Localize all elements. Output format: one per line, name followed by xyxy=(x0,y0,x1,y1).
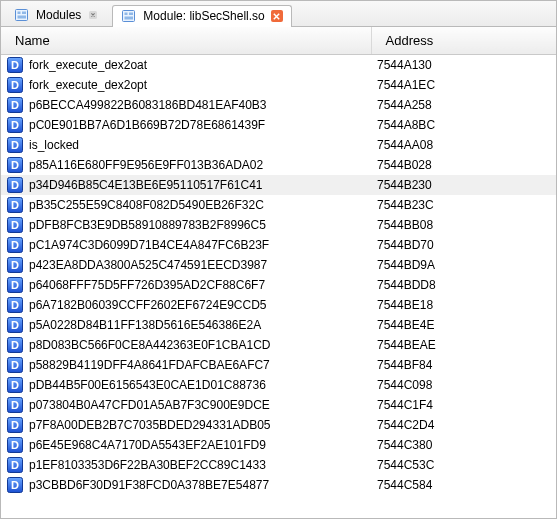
symbol-name: pC0E901BB7A6D1B669B72D78E6861439F xyxy=(29,118,265,132)
symbol-d-icon: D xyxy=(7,157,23,173)
symbol-name: p5A0228D84B11FF138D5616E546386E2A xyxy=(29,318,261,332)
svg-text:D: D xyxy=(11,319,19,331)
table-row[interactable]: D p6E45E968C4A7170DA5543EF2AE101FD9 7544… xyxy=(1,435,556,455)
svg-text:D: D xyxy=(11,479,19,491)
table-row[interactable]: D pB35C255E59C8408F082D5490EB26F32C 7544… xyxy=(1,195,556,215)
symbol-d-icon: D xyxy=(7,177,23,193)
symbol-d-icon: D xyxy=(7,197,23,213)
grid-scroll[interactable]: Name Address D fork_execute_dex2oat 7544… xyxy=(1,27,556,519)
symbol-d-icon: D xyxy=(7,477,23,493)
table-row[interactable]: D p85A116E680FF9E956E9FF013B36ADA02 7544… xyxy=(1,155,556,175)
symbol-address: 7544B028 xyxy=(371,155,556,175)
svg-text:D: D xyxy=(11,59,19,71)
symbol-d-icon: D xyxy=(7,77,23,93)
symbol-name: p423EA8DDA3800A525C474591EECD3987 xyxy=(29,258,267,272)
symbol-address: 7544BD9A xyxy=(371,255,556,275)
svg-rect-1 xyxy=(18,12,21,15)
svg-text:D: D xyxy=(11,199,19,211)
symbol-name: p6A7182B06039CCFF2602EF6724E9CCD5 xyxy=(29,298,267,312)
symbol-d-icon: D xyxy=(7,357,23,373)
symbol-name: p58829B4119DFF4A8641FDAFCBAE6AFC7 xyxy=(29,358,270,372)
table-row[interactable]: D pC1A974C3D6099D71B4CE4A847FC6B23F 7544… xyxy=(1,235,556,255)
table-row[interactable]: D p7F8A00DEB2B7C7035BDED294331ADB05 7544… xyxy=(1,415,556,435)
svg-rect-3 xyxy=(18,16,27,19)
tab-modules[interactable]: Modules xyxy=(5,4,108,26)
svg-text:D: D xyxy=(11,259,19,271)
symbol-address: 7544BD70 xyxy=(371,235,556,255)
symbol-address: 7544BEAE xyxy=(371,335,556,355)
symbol-address: 7544C1F4 xyxy=(371,395,556,415)
svg-text:D: D xyxy=(11,459,19,471)
table-row[interactable]: D fork_execute_dex2oat 7544A130 xyxy=(1,55,556,76)
table-row[interactable]: D pC0E901BB7A6D1B669B72D78E6861439F 7544… xyxy=(1,115,556,135)
close-icon[interactable] xyxy=(271,10,283,22)
symbol-d-icon: D xyxy=(7,397,23,413)
symbol-address: 7544BF84 xyxy=(371,355,556,375)
symbol-d-icon: D xyxy=(7,377,23,393)
symbol-address: 7544A130 xyxy=(371,55,556,76)
svg-text:D: D xyxy=(11,279,19,291)
column-header-name[interactable]: Name xyxy=(1,27,371,55)
svg-text:D: D xyxy=(11,219,19,231)
svg-text:D: D xyxy=(11,399,19,411)
symbol-name: p34D946B85C4E13BE6E95110517F61C41 xyxy=(29,178,263,192)
symbol-d-icon: D xyxy=(7,337,23,353)
svg-text:D: D xyxy=(11,359,19,371)
symbol-name: is_locked xyxy=(29,138,79,152)
svg-text:D: D xyxy=(11,139,19,151)
symbol-d-icon: D xyxy=(7,117,23,133)
symbol-name: p85A116E680FF9E956E9FF013B36ADA02 xyxy=(29,158,263,172)
close-icon[interactable] xyxy=(87,9,99,21)
svg-rect-8 xyxy=(125,17,134,20)
symbol-address: 7544C2D4 xyxy=(371,415,556,435)
module-icon xyxy=(121,8,137,24)
symbol-name: p8D083BC566F0CE8A442363E0F1CBA1CD xyxy=(29,338,270,352)
symbol-name: p7F8A00DEB2B7C7035BDED294331ADB05 xyxy=(29,418,271,432)
symbol-name: pB35C255E59C8408F082D5490EB26F32C xyxy=(29,198,264,212)
symbol-name: p64068FFF75D5FF726D395AD2CF88C6F7 xyxy=(29,278,265,292)
symbol-name: fork_execute_dex2oat xyxy=(29,58,147,72)
table-row[interactable]: D p34D946B85C4E13BE6E95110517F61C41 7544… xyxy=(1,175,556,195)
symbol-d-icon: D xyxy=(7,137,23,153)
symbol-name: p6BECCA499822B6083186BD481EAF40B3 xyxy=(29,98,267,112)
symbol-address: 7544BE18 xyxy=(371,295,556,315)
symbol-name: p6E45E968C4A7170DA5543EF2AE101FD9 xyxy=(29,438,266,452)
column-header-address[interactable]: Address xyxy=(371,27,556,55)
svg-text:D: D xyxy=(11,179,19,191)
svg-text:D: D xyxy=(11,299,19,311)
symbol-address: 7544B230 xyxy=(371,175,556,195)
symbol-d-icon: D xyxy=(7,317,23,333)
table-row[interactable]: D pDB44B5F00E6156543E0CAE1D01C88736 7544… xyxy=(1,375,556,395)
table-row[interactable]: D p423EA8DDA3800A525C474591EECD3987 7544… xyxy=(1,255,556,275)
table-row[interactable]: D p5A0228D84B11FF138D5616E546386E2A 7544… xyxy=(1,315,556,335)
symbol-name: p3CBBD6F30D91F38FCD0A378BE7E54877 xyxy=(29,478,269,492)
table-row[interactable]: D p64068FFF75D5FF726D395AD2CF88C6F7 7544… xyxy=(1,275,556,295)
symbol-name: pC1A974C3D6099D71B4CE4A847FC6B23F xyxy=(29,238,269,252)
table-row[interactable]: D p6A7182B06039CCFF2602EF6724E9CCD5 7544… xyxy=(1,295,556,315)
tab-module-detail[interactable]: Module: libSecShell.so xyxy=(112,5,291,27)
symbol-address: 7544BDD8 xyxy=(371,275,556,295)
svg-text:D: D xyxy=(11,99,19,111)
symbol-d-icon: D xyxy=(7,457,23,473)
table-row[interactable]: D p1EF8103353D6F22BA30BEF2CC89C1433 7544… xyxy=(1,455,556,475)
tab-label: Module: libSecShell.so xyxy=(143,9,264,23)
table-row[interactable]: D p58829B4119DFF4A8641FDAFCBAE6AFC7 7544… xyxy=(1,355,556,375)
table-row[interactable]: D p3CBBD6F30D91F38FCD0A378BE7E54877 7544… xyxy=(1,475,556,495)
symbol-address: 7544C53C xyxy=(371,455,556,475)
svg-rect-2 xyxy=(22,12,26,15)
symbol-d-icon: D xyxy=(7,417,23,433)
table-row[interactable]: D fork_execute_dex2opt 7544A1EC xyxy=(1,75,556,95)
svg-text:D: D xyxy=(11,159,19,171)
symbol-address: 7544C098 xyxy=(371,375,556,395)
table-row[interactable]: D p073804B0A47CFD01A5AB7F3C900E9DCE 7544… xyxy=(1,395,556,415)
table-row[interactable]: D p6BECCA499822B6083186BD481EAF40B3 7544… xyxy=(1,95,556,115)
symbol-name: pDFB8FCB3E9DB58910889783B2F8996C5 xyxy=(29,218,266,232)
table-row[interactable]: D is_locked 7544AA08 xyxy=(1,135,556,155)
symbol-address: 7544C584 xyxy=(371,475,556,495)
symbol-d-icon: D xyxy=(7,237,23,253)
table-row[interactable]: D p8D083BC566F0CE8A442363E0F1CBA1CD 7544… xyxy=(1,335,556,355)
symbol-name: p1EF8103353D6F22BA30BEF2CC89C1433 xyxy=(29,458,266,472)
svg-rect-6 xyxy=(125,13,128,16)
table-row[interactable]: D pDFB8FCB3E9DB58910889783B2F8996C5 7544… xyxy=(1,215,556,235)
symbols-table: Name Address D fork_execute_dex2oat 7544… xyxy=(1,27,556,495)
